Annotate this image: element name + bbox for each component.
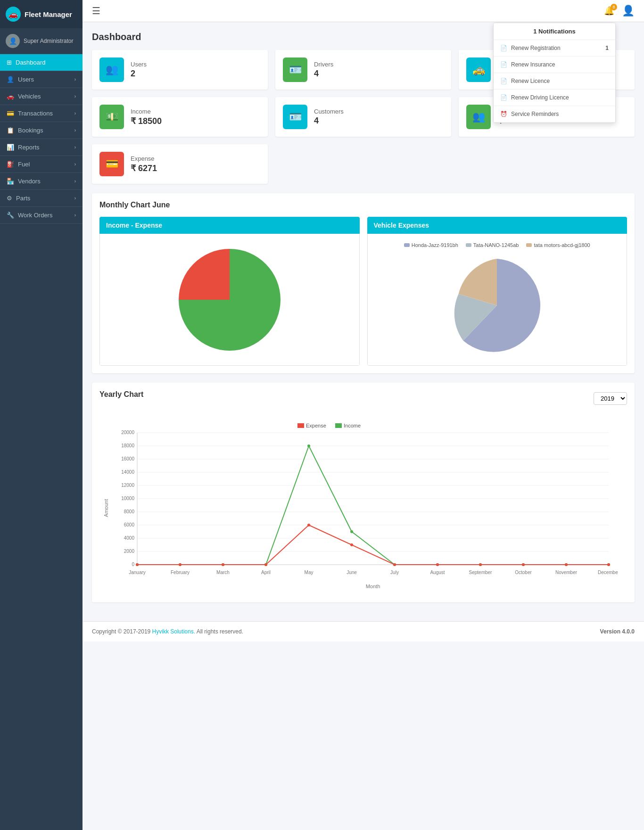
nav-icon-vehicles: 🚗 xyxy=(7,93,14,100)
logo-text: Fleet Manager xyxy=(25,10,72,18)
legend-tata-nano: Tata-NANO-1245ab xyxy=(466,242,519,248)
yearly-legend: Expense Income xyxy=(297,423,361,428)
notif-label-renew-licence: Renew Licence xyxy=(511,78,550,84)
notif-item-service-reminders[interactable]: ⏰ Service Reminders xyxy=(494,106,615,123)
footer-version: Version 4.0.0 xyxy=(600,628,635,635)
notif-label-service-reminders: Service Reminders xyxy=(511,111,559,117)
svg-text:2000: 2000 xyxy=(124,549,135,554)
sidebar-item-reports[interactable]: 📊 Reports › xyxy=(0,139,83,156)
sidebar-item-bookings[interactable]: 📋 Bookings › xyxy=(0,122,83,139)
nav-label-transactions: Transactions xyxy=(18,110,53,117)
notif-item-renew-registration[interactable]: 📄 Renew Registration 1 xyxy=(494,40,615,57)
footer-copyright: Copyright © 2017-2019 Hyvikk Solutions. … xyxy=(92,628,243,635)
header-right: 🔔 8 👤 xyxy=(604,5,635,17)
notification-button[interactable]: 🔔 8 xyxy=(604,6,614,16)
year-select[interactable]: 2019 2018 2017 xyxy=(594,392,627,405)
stat-icon-users: 👥 xyxy=(99,58,124,82)
sidebar-logo: 🚗 Fleet Manager xyxy=(0,0,83,28)
nav-chevron-users: › xyxy=(74,77,76,82)
notif-icon-renew-licence: 📄 xyxy=(500,78,507,84)
nav-chevron-transactions: › xyxy=(74,111,76,116)
notif-item-renew-licence[interactable]: 📄 Renew Licence xyxy=(494,73,615,90)
hamburger-icon[interactable]: ☰ xyxy=(92,5,100,16)
svg-point-36 xyxy=(264,563,267,566)
svg-text:12000: 12000 xyxy=(121,483,134,488)
nav-chevron-work-orders: › xyxy=(74,213,76,218)
income-expense-header: Income - Expense xyxy=(99,217,360,234)
notif-icon-renew-registration: 📄 xyxy=(500,45,507,51)
svg-text:4000: 4000 xyxy=(124,535,135,541)
notification-dropdown: 1 Notifications 📄 Renew Registration 1 📄… xyxy=(493,23,616,123)
vehicle-legend: Honda-Jazz-9191bh Tata-NANO-1245ab tata … xyxy=(404,242,590,248)
stat-label-users: Users xyxy=(131,61,147,68)
svg-text:6000: 6000 xyxy=(124,522,135,527)
expense-legend-box xyxy=(297,423,304,428)
sidebar-item-transactions[interactable]: 💳 Transactions › xyxy=(0,105,83,122)
svg-text:June: June xyxy=(347,570,357,575)
stat-icon-customers: 🪪 xyxy=(283,105,307,129)
nav-icon-parts: ⚙ xyxy=(7,195,12,202)
svg-text:16000: 16000 xyxy=(121,456,134,461)
stat-info-users: Users 2 xyxy=(131,61,147,79)
yearly-chart-section: Yearly Chart 2019 2018 2017 Expense Inco… xyxy=(92,383,635,602)
nav-item-left-fuel: ⛽ Fuel xyxy=(7,161,30,168)
svg-text:0: 0 xyxy=(132,562,134,567)
sidebar-item-dashboard[interactable]: ⊞ Dashboard xyxy=(0,54,83,71)
svg-point-39 xyxy=(393,563,396,566)
svg-text:October: October xyxy=(515,570,532,575)
nav-label-dashboard: Dashboard xyxy=(16,59,46,66)
stat-value-drivers: 4 xyxy=(314,69,333,79)
nav-icon-fuel: ⛽ xyxy=(7,161,14,168)
svg-point-41 xyxy=(479,563,482,566)
notif-item-renew-driving-licence[interactable]: 📄 Renew Driving Licence xyxy=(494,90,615,106)
sidebar-nav: ⊞ Dashboard 👤 Users › 🚗 Vehicles › 💳 Tra… xyxy=(0,54,83,830)
nav-chevron-parts: › xyxy=(74,196,76,201)
profile-button[interactable]: 👤 xyxy=(622,5,635,17)
honda-legend-dot xyxy=(404,243,410,247)
stat-label-expense: Expense xyxy=(131,155,157,162)
main-content: ☰ 🔔 8 👤 1 Notifications 📄 Renew Registra… xyxy=(83,0,644,830)
footer: Copyright © 2017-2019 Hyvikk Solutions. … xyxy=(83,621,644,641)
svg-text:August: August xyxy=(430,570,445,575)
vehicle-expenses-pie xyxy=(445,254,549,357)
nav-icon-reports: 📊 xyxy=(7,144,14,151)
notif-item-renew-insurance[interactable]: 📄 Renew Insurance xyxy=(494,57,615,73)
notif-icon-service-reminders: ⏰ xyxy=(500,111,507,117)
nav-label-parts: Parts xyxy=(16,195,30,202)
sidebar-item-parts[interactable]: ⚙ Parts › xyxy=(0,190,83,207)
nav-icon-bookings: 📋 xyxy=(7,127,14,134)
stat-info-customers: Customers 4 xyxy=(314,108,344,126)
sidebar-item-vehicles[interactable]: 🚗 Vehicles › xyxy=(0,88,83,105)
sidebar-item-vendors[interactable]: 🏪 Vendors › xyxy=(0,173,83,190)
sidebar: 🚗 Fleet Manager 👤 Super Administrator ⊞ … xyxy=(0,0,83,830)
nav-item-left-reports: 📊 Reports xyxy=(7,144,40,151)
nav-icon-users: 👤 xyxy=(7,76,14,83)
svg-point-33 xyxy=(136,563,139,566)
svg-point-37 xyxy=(307,524,310,526)
nav-chevron-bookings: › xyxy=(74,128,76,133)
nav-chevron-vendors: › xyxy=(74,179,76,184)
svg-text:February: February xyxy=(171,570,190,575)
nav-icon-transactions: 💳 xyxy=(7,110,14,117)
stat-card-users: 👥 Users 2 xyxy=(92,50,268,90)
stat-card-income: 💵 Income ₹ 18500 xyxy=(92,97,268,137)
footer-company-link[interactable]: Hyvikk Solutions. xyxy=(152,628,195,635)
income-expense-chart: Income - Expense xyxy=(99,217,360,366)
charts-row: Income - Expense xyxy=(99,217,627,366)
notif-item-left-renew-registration: 📄 Renew Registration xyxy=(500,45,561,51)
sidebar-item-users[interactable]: 👤 Users › xyxy=(0,71,83,88)
yearly-chart-header: Yearly Chart 2019 2018 2017 xyxy=(99,390,627,406)
nav-item-left-bookings: 📋 Bookings xyxy=(7,127,43,134)
svg-point-43 xyxy=(565,563,568,566)
sidebar-item-work-orders[interactable]: 🔧 Work Orders › xyxy=(0,207,83,224)
svg-text:November: November xyxy=(555,570,578,575)
expense-slice xyxy=(179,249,230,300)
header: ☰ 🔔 8 👤 1 Notifications 📄 Renew Registra… xyxy=(83,0,644,22)
svg-point-25 xyxy=(307,444,310,447)
notif-label-renew-insurance: Renew Insurance xyxy=(511,61,555,68)
notif-label-renew-driving-licence: Renew Driving Licence xyxy=(511,94,569,101)
notification-badge: 8 xyxy=(611,4,617,10)
nav-chevron-vehicles: › xyxy=(74,94,76,99)
sidebar-item-fuel[interactable]: ⛽ Fuel › xyxy=(0,156,83,173)
income-legend-text: Income xyxy=(344,423,361,428)
